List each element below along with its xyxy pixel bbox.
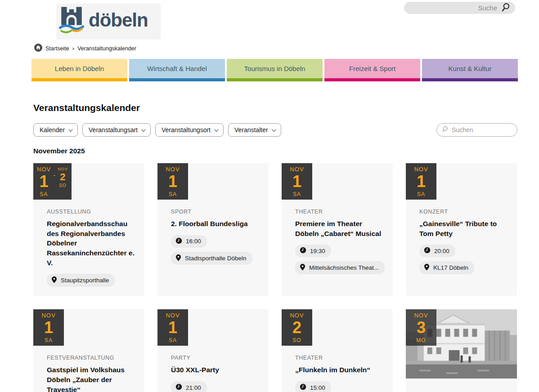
event-badges: Staupitzsporthalle <box>47 274 136 287</box>
date-month: NOV <box>37 166 51 172</box>
site-logo[interactable]: döbeln <box>56 4 161 40</box>
nav-tab-wirtschaft-handel[interactable]: Wirtschaft & Handel <box>129 59 225 81</box>
event-card[interactable]: NOV3MOWISSEN <box>406 309 517 392</box>
event-category: FESTVERANSTALTUNG <box>47 355 114 361</box>
date-month: NOV <box>290 312 304 318</box>
event-category: PARTY <box>171 355 191 361</box>
nav-tab-label: Kunst & Kultur <box>449 65 492 72</box>
date-month: NOV <box>414 166 428 172</box>
filter-kalender[interactable]: Kalender <box>33 123 78 137</box>
event-badges: 19:30Mittelsächsisches Theat... <box>295 245 385 274</box>
date-month: NOV <box>290 166 304 172</box>
event-badges: 16:00Stadtsporthalle Döbeln <box>171 235 261 265</box>
main-nav: Leben in DöbelnWirtschaft & HandelTouris… <box>31 59 518 81</box>
event-title: „Flunkeln im Dunkeln“ <box>295 365 385 375</box>
filter-veranstaltungsort[interactable]: Veranstaltungsort <box>155 123 224 137</box>
event-date-badge: NOV1SA <box>33 309 64 346</box>
date-day: 2 <box>292 320 301 336</box>
event-time-badge: 21:00 <box>171 381 207 392</box>
date-month: NOV <box>166 312 180 318</box>
event-location-badge-label: Stadtsporthalle Döbeln <box>185 255 247 262</box>
event-location-badge: Mittelsächsisches Theat... <box>295 261 385 274</box>
event-title: „Gainesville“ Tribute to Tom Petty <box>419 219 509 238</box>
date-day: 2 <box>60 172 65 182</box>
date-weekday: MO <box>416 338 426 343</box>
event-date-badge: NOV1SA <box>157 309 188 346</box>
event-card[interactable]: NOV1SAFESTVERANSTALTUNGGastspiel im Volk… <box>33 309 144 392</box>
site-search-input[interactable] <box>425 4 497 12</box>
search-icon[interactable] <box>501 2 511 14</box>
event-location-badge: KL17 Döbeln <box>419 261 474 274</box>
logo-wordmark: döbeln <box>89 11 148 32</box>
search-icon <box>441 125 449 134</box>
event-location-badge-label: Mittelsächsisches Theat... <box>309 264 379 271</box>
event-location-badge: Staupitzsporthalle <box>47 274 115 287</box>
event-time-badge-label: 19:30 <box>310 248 325 254</box>
clock-icon <box>300 247 306 255</box>
chevron-down-icon <box>68 127 73 132</box>
chevron-down-icon <box>214 127 219 132</box>
map-pin-icon <box>300 263 305 272</box>
filter-veranstalter[interactable]: Veranstalter <box>228 123 281 137</box>
date-weekday: SO <box>59 183 66 188</box>
breadcrumb: Startseite › Veranstaltungskalender <box>34 44 136 53</box>
date-day: 1 <box>292 174 301 190</box>
event-card[interactable]: NOV2SOTHEATER„Flunkeln im Dunkeln“15:00M… <box>282 309 393 392</box>
event-card[interactable]: NOV1SAKONZERT„Gainesville“ Tribute to To… <box>406 163 517 296</box>
chevron-down-icon <box>272 127 276 132</box>
event-title: Premiere im Theater Döbeln „Cabaret“ Mus… <box>295 219 385 238</box>
event-time-badge: 15:00 <box>295 381 331 392</box>
event-location-badge-label: KL17 Döbeln <box>433 264 468 271</box>
clock-icon <box>424 247 431 255</box>
doebeln-castle-logo-icon <box>59 6 84 37</box>
date-month: NOV <box>166 166 180 172</box>
date-weekday: SA <box>293 192 301 197</box>
date-month: NOV <box>414 312 428 318</box>
event-card[interactable]: NOV1SAPARTYÜ30 XXL-Party21:00Staupitzbad <box>157 309 269 392</box>
event-card[interactable]: NOV1SASPORT2. Floorball Bundesliga16:00S… <box>157 163 269 296</box>
event-search-bar[interactable] <box>436 123 517 137</box>
event-time-badge: 19:30 <box>295 245 331 257</box>
site-search-bar[interactable] <box>404 2 515 14</box>
event-date-badge: NOV1SA <box>282 163 312 200</box>
event-category: THEATER <box>295 209 323 215</box>
chevron-down-icon <box>141 127 146 132</box>
clock-icon <box>300 383 306 392</box>
events-grid: NOV1SA-NOV2SOAUSSTELLUNGRegionalverbands… <box>33 163 517 392</box>
home-icon[interactable] <box>34 44 42 53</box>
map-pin-icon <box>175 254 181 263</box>
page-title: Veranstaltungskalender <box>33 102 517 113</box>
event-search-input[interactable] <box>452 126 510 134</box>
date-weekday: SA <box>45 338 53 343</box>
filter-label: Veranstaltungsart <box>89 126 138 134</box>
breadcrumb-home[interactable]: Startseite <box>45 45 69 52</box>
event-time-badge-label: 16:00 <box>186 238 201 245</box>
main-content: Veranstaltungskalender KalenderVeranstal… <box>33 102 517 392</box>
nav-tab-freizeit-sport[interactable]: Freizeit & Sport <box>324 59 420 81</box>
event-date-end: NOV2SO <box>58 167 68 188</box>
nav-tab-tourismus-in-doebeln[interactable]: Tourismus in Döbeln <box>227 59 323 81</box>
map-pin-icon <box>51 276 57 285</box>
event-location-badge-label: Staupitzsporthalle <box>61 277 109 284</box>
date-weekday: SA <box>169 338 177 343</box>
event-date-badge: NOV1SA <box>406 163 436 200</box>
date-weekday: SA <box>417 192 425 197</box>
event-date-start: NOV3MO <box>414 312 428 343</box>
nav-tab-leben-in-doebeln[interactable]: Leben in Döbeln <box>31 59 127 81</box>
date-month: NOV <box>58 167 68 171</box>
date-range-separator: - <box>53 171 55 179</box>
date-day: 1 <box>417 174 426 190</box>
breadcrumb-separator-icon: › <box>72 45 74 52</box>
event-card[interactable]: NOV1SATHEATERPremiere im Theater Döbeln … <box>282 163 393 296</box>
event-time-badge: 20:00 <box>419 245 455 257</box>
nav-tab-kunst-kultur[interactable]: Kunst & Kultur <box>422 59 518 81</box>
event-category: AUSSTELLUNG <box>47 209 91 215</box>
filter-label: Veranstalter <box>234 126 268 134</box>
event-date-badge: NOV2SO <box>282 309 312 346</box>
breadcrumb-current: Veranstaltungskalender <box>77 45 136 52</box>
filter-bar: KalenderVeranstaltungsartVeranstaltungso… <box>33 123 517 137</box>
event-date-start: NOV1SA <box>37 166 51 197</box>
event-date-start: NOV1SA <box>166 312 180 343</box>
filter-veranstaltungsart[interactable]: Veranstaltungsart <box>82 123 151 137</box>
event-card[interactable]: NOV1SA-NOV2SOAUSSTELLUNGRegionalverbands… <box>33 163 144 296</box>
